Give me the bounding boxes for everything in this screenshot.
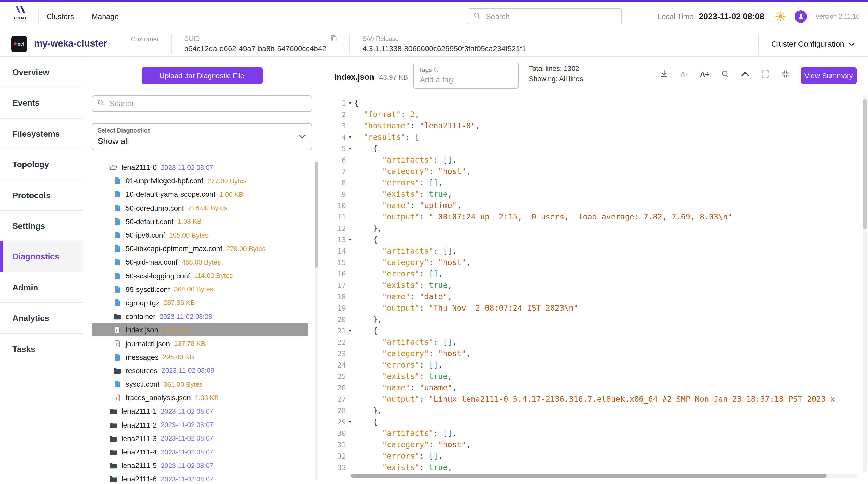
sidebar-item-protocols[interactable]: Protocols [0,180,83,211]
tree-item-lena2111-0[interactable]: lena2111-02023-11-02 08:07 [92,161,308,174]
local-time-value: 2023-11-02 08:08 [699,12,764,21]
file-icon [113,190,122,199]
file-icon [113,177,122,185]
tree-item-lena2111-6[interactable]: lena2111-62023-11-02 08:07 [92,472,308,484]
tree-item-resources[interactable]: resources2023-11-02 08:08 [92,364,308,377]
sidebar-item-events[interactable]: Events [0,88,83,118]
tree-item-messages[interactable]: messages295.40 KB [92,350,308,364]
tree-item-date: 2023-11-02 08:07 [161,421,213,429]
json-line: 5▾ { [321,143,862,154]
global-search[interactable] [468,8,622,24]
chevron-down-icon[interactable] [291,124,312,150]
json-line: 15 "category": "host", [321,257,862,268]
download-icon[interactable] [660,69,669,78]
line-number: 27 [321,393,346,405]
divider [758,33,759,54]
json-line: 22 "artifacts": [], [321,337,862,348]
tree-item-99-sysctl.conf[interactable]: 99-sysctl.conf364.00 Bytes [92,282,308,296]
collapse-caret-icon[interactable]: ▾ [346,97,354,109]
tree-item-name: 50-ipv6.conf [126,231,165,239]
tree-item-journalctl.json[interactable]: {}journalctl.json137.78 KB [92,337,308,350]
diagnostics-search-input[interactable] [108,99,307,108]
json-line: 19 "output": "Thu Nov 2 08:07:24 IST 202… [321,302,862,314]
tree-item-sysctl.conf[interactable]: sysctl.conf361.00 Bytes [92,377,308,391]
tree-item-lena2111-2[interactable]: lena2111-22023-11-02 08:07 [92,418,308,431]
upload-diagnostic-button[interactable]: Upload .tar Diagnostic File [142,67,262,84]
tree-item-50-scsi-logging.conf[interactable]: 50-scsi-logging.conf114.00 Bytes [92,269,308,282]
select-diagnostics-value: Show all [98,137,129,146]
viewer-hscrollbar-thumb[interactable] [351,474,827,478]
line-content: "errors": [], [354,177,443,189]
collapse-caret-icon[interactable]: ▾ [346,234,354,245]
tree-item-date: 2023-11-02 08:07 [161,475,213,483]
sidebar-item-tasks[interactable]: Tasks [0,334,83,364]
tree-item-50-coredump.conf[interactable]: 50-coredump.conf718.00 Bytes [92,201,308,215]
tree-item-name: sysctl.conf [126,380,159,388]
collapse-caret-icon[interactable]: ▾ [346,325,354,337]
copy-guid-icon[interactable] [331,34,337,43]
diagnostics-search[interactable] [92,95,312,112]
tree-item-10-default-yama-scope.conf[interactable]: 10-default-yama-scope.conf1.00 KB [92,188,308,201]
tree-item-name: cgroup.tgz [126,299,159,307]
collapse-caret-icon[interactable]: ▾ [346,143,354,154]
tree-item-50-default.conf[interactable]: 50-default.conf1.03 KB [92,215,308,228]
json-line: 14 "artifacts": [], [321,245,862,257]
cluster-configuration-dropdown[interactable]: Cluster Configuration [771,39,855,49]
tree-item-name: lena2111-5 [122,461,157,469]
json-line: 8 "errors": [], [321,177,862,189]
search-in-file-icon[interactable] [721,69,730,78]
tree-item-container[interactable]: container2023-11-02 08:08 [92,310,308,323]
sidebar-item-topology[interactable]: Topology [0,149,83,180]
font-increase-button[interactable]: A+ [700,69,709,78]
exit-fullscreen-icon[interactable] [781,69,789,78]
tree-item-size: 1.03 KB [178,218,202,225]
file-icon [113,272,122,280]
tags-box[interactable]: Tags ⓘ [413,63,519,88]
tree-item-name: lena2111-1 [122,407,157,416]
tree-item-01-unprivileged-bpf.conf[interactable]: 01-unprivileged-bpf.conf277.00 Bytes [92,174,308,188]
tree-item-50-libkcapi-optmem_max.conf[interactable]: 50-libkcapi-optmem_max.conf279.00 Bytes [92,242,308,255]
tree-item-50-ipv6.conf[interactable]: 50-ipv6.conf195.00 Bytes [92,228,308,242]
sidebar-item-analytics[interactable]: Analytics [0,303,83,334]
line-content: "name": "uptime", [354,200,461,211]
nav-manage[interactable]: Manage [92,12,119,21]
viewer-vscrollbar-thumb[interactable] [863,99,867,229]
collapse-all-icon[interactable] [741,71,749,76]
json-line: 10 "name": "uptime", [321,200,862,211]
tree-scrollbar-thumb[interactable] [315,162,318,267]
tree-item-name: traces_analysis.json [126,394,191,402]
add-tag-input[interactable] [419,75,515,84]
file-icon [113,299,122,307]
sidebar-item-filesystems[interactable]: Filesystems [0,118,83,149]
sidebar-item-diagnostics[interactable]: Diagnostics [0,241,83,272]
viewer-file-name: index.json [335,73,374,82]
tree-item-lena2111-4[interactable]: lena2111-42023-11-02 08:07 [92,445,308,459]
tree-item-lena2111-1[interactable]: lena2111-12023-11-02 08:07 [92,404,308,418]
user-avatar[interactable] [795,10,807,23]
collapse-caret-icon[interactable]: ▾ [346,416,354,428]
weka-logo[interactable]: HOME [9,6,33,20]
sidebar-item-settings[interactable]: Settings [0,211,83,241]
tree-item-traces_analysis.json[interactable]: {}traces_analysis.json1.33 KB [92,391,308,404]
sidebar-item-overview[interactable]: Overview [0,57,83,88]
font-decrease-button[interactable]: A- [680,69,688,78]
top-nav: Clusters Manage [46,2,119,31]
select-diagnostics-dropdown[interactable]: Select Diagnostics Show all [92,123,312,150]
tree-item-index.json[interactable]: {}index.json43.97 KB [92,323,308,337]
global-search-input[interactable] [485,12,616,21]
tree-item-50-pid-max.conf[interactable]: 50-pid-max.conf468.00 Bytes [92,255,308,269]
theme-toggle-sun-icon[interactable] [775,11,785,21]
tree-item-lena2111-5[interactable]: lena2111-52023-11-02 08:07 [92,459,308,472]
total-lines-label: Total lines: 1302 [529,64,583,74]
tree-item-lena2111-3[interactable]: lena2111-32023-11-02 08:07 [92,432,308,445]
view-summary-button[interactable]: View Summary [801,67,857,84]
sidebar-item-admin[interactable]: Admin [0,272,83,303]
tree-item-name: lena2111-0 [122,163,157,171]
nav-clusters[interactable]: Clusters [46,12,74,21]
line-number: 3 [321,120,346,132]
collapse-caret-icon[interactable]: ▾ [346,132,354,143]
json-icon: {} [113,339,122,348]
line-number: 14 [321,245,346,257]
tree-item-cgroup.tgz[interactable]: cgroup.tgz287.36 KB [92,296,308,310]
fullscreen-icon[interactable] [761,69,769,78]
